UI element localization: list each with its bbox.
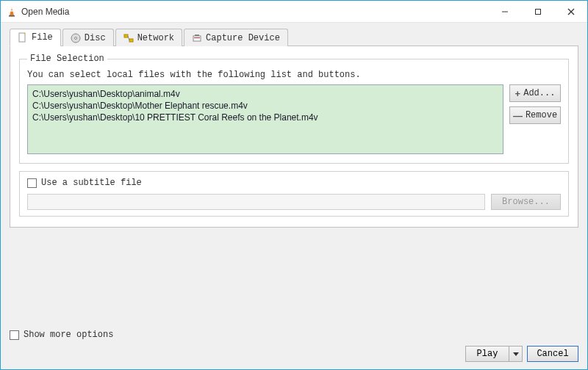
tab-capture-label: Capture Device bbox=[206, 33, 280, 43]
show-more-options-label: Show more options bbox=[24, 330, 113, 340]
list-item[interactable]: C:\Users\yushan\Desktop\animal.m4v bbox=[32, 88, 498, 100]
svg-rect-1 bbox=[9, 15, 15, 17]
svg-rect-17 bbox=[194, 37, 200, 38]
dialog-content: File Disc Network Capture Device bbox=[1, 23, 587, 324]
file-icon bbox=[18, 32, 28, 43]
capture-device-icon bbox=[192, 33, 202, 43]
bottom-bar: Show more options Play Cancel bbox=[1, 324, 587, 369]
svg-rect-12 bbox=[124, 35, 128, 37]
play-dropdown-button[interactable] bbox=[509, 346, 523, 362]
use-subtitle-label: Use a subtitle file bbox=[41, 178, 142, 188]
add-button[interactable]: + Add... bbox=[509, 84, 561, 102]
tab-network-label: Network bbox=[137, 33, 174, 43]
play-label: Play bbox=[477, 349, 498, 359]
file-selection-hint: You can select local files with the foll… bbox=[27, 70, 561, 80]
browse-label: Browse... bbox=[502, 197, 550, 207]
add-button-label: Add... bbox=[523, 88, 555, 98]
open-media-window: Open Media File Disc bbox=[0, 0, 588, 370]
vlc-cone-icon bbox=[7, 7, 17, 17]
minus-icon: — bbox=[513, 110, 523, 121]
svg-rect-15 bbox=[193, 36, 201, 41]
file-selection-legend: File Selection bbox=[27, 54, 107, 64]
cancel-button[interactable]: Cancel bbox=[527, 346, 578, 362]
subtitle-path-field bbox=[27, 194, 485, 210]
svg-rect-8 bbox=[19, 33, 25, 42]
browse-subtitle-button: Browse... bbox=[491, 194, 561, 210]
chevron-down-icon bbox=[513, 352, 519, 356]
file-tab-panel: File Selection You can select local file… bbox=[10, 46, 578, 228]
play-button[interactable]: Play bbox=[465, 346, 509, 362]
remove-button-label: Remove bbox=[526, 110, 557, 120]
close-button[interactable] bbox=[554, 1, 587, 23]
file-selection-group: File Selection You can select local file… bbox=[19, 54, 569, 164]
tab-file-label: File bbox=[32, 32, 53, 43]
svg-point-11 bbox=[74, 37, 76, 39]
plus-icon: + bbox=[515, 88, 521, 99]
svg-rect-2 bbox=[10, 10, 13, 12]
tab-bar: File Disc Network Capture Device bbox=[10, 29, 578, 46]
disc-icon bbox=[71, 33, 81, 43]
tab-file[interactable]: File bbox=[10, 29, 61, 46]
svg-rect-5 bbox=[535, 9, 540, 14]
list-item[interactable]: C:\Users\yushan\Desktop\Mother Elephant … bbox=[32, 100, 498, 112]
file-buttons: + Add... — Remove bbox=[509, 84, 561, 154]
tab-network[interactable]: Network bbox=[115, 29, 182, 46]
tab-capture-device[interactable]: Capture Device bbox=[184, 29, 288, 46]
svg-rect-13 bbox=[129, 39, 133, 42]
file-list[interactable]: C:\Users\yushan\Desktop\animal.m4v C:\Us… bbox=[27, 84, 503, 154]
network-icon bbox=[123, 33, 134, 43]
show-more-options-checkbox[interactable] bbox=[10, 330, 19, 340]
use-subtitle-checkbox[interactable] bbox=[27, 178, 37, 188]
tab-disc-label: Disc bbox=[85, 33, 106, 43]
subtitle-group: Use a subtitle file Browse... bbox=[19, 171, 569, 217]
svg-line-14 bbox=[128, 36, 129, 40]
remove-button[interactable]: — Remove bbox=[509, 106, 561, 124]
svg-rect-3 bbox=[11, 8, 13, 9]
svg-rect-16 bbox=[195, 35, 199, 36]
cancel-label: Cancel bbox=[537, 349, 568, 359]
list-item[interactable]: C:\Users\yushan\Desktop\10 PRETTIEST Cor… bbox=[32, 112, 498, 123]
window-title: Open Media bbox=[21, 7, 488, 17]
maximize-button[interactable] bbox=[521, 1, 554, 23]
tab-disc[interactable]: Disc bbox=[62, 29, 114, 46]
titlebar: Open Media bbox=[1, 1, 587, 23]
minimize-button[interactable] bbox=[488, 1, 521, 23]
